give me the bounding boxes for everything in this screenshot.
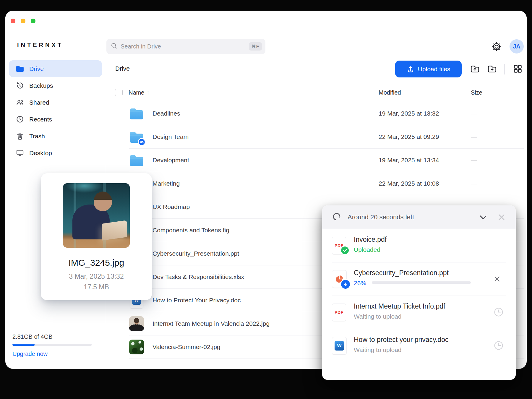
sidebar-item-label: Shared <box>29 99 49 106</box>
window-controls <box>11 19 35 23</box>
preview-filename: IMG_3245.jpg <box>41 258 152 268</box>
storage-meter-fill <box>12 344 35 346</box>
search-placeholder: Search in Drive <box>121 43 161 50</box>
table-row-design-team[interactable]: Design Team 22 Mar, 2025 at 09:29 — <box>129 125 524 149</box>
sidebar-item-backups[interactable]: Backups <box>9 77 102 94</box>
sort-ascending-icon: ↑ <box>147 90 150 96</box>
file-preview-card: IMG_3245.jpg 3 Mar, 2025 13:32 17.5 MB <box>41 173 152 300</box>
shared-badge-icon <box>138 138 146 146</box>
preview-size: 17.5 MB <box>41 283 152 291</box>
select-all-checkbox[interactable] <box>115 89 123 96</box>
sidebar-item-desktop[interactable]: Desktop <box>9 145 102 161</box>
column-header-size: Size <box>471 89 482 96</box>
sidebar-item-drive[interactable]: Drive <box>9 60 102 77</box>
upgrade-now-link[interactable]: Upgrade now <box>12 351 92 357</box>
close-icon <box>493 275 501 283</box>
user-avatar[interactable]: JA <box>510 39 524 53</box>
cancel-upload-button[interactable] <box>491 273 503 285</box>
gear-icon <box>492 42 502 52</box>
upload-item-invoice: PDF Invoice.pdf Uploaded <box>332 229 506 262</box>
top-bar: INTERNXT Search in Drive ⌘F JA <box>5 11 527 55</box>
waiting-clock-icon <box>494 307 504 318</box>
folder-icon <box>129 153 144 168</box>
chevron-down-icon <box>479 213 488 222</box>
internxt-logo: INTERNXT <box>17 42 63 48</box>
column-header-name[interactable]: Name↑ <box>129 89 150 96</box>
table-row-deadlines[interactable]: Deadlines 19 Mar, 2025 at 13:32 — <box>129 102 524 125</box>
shared-folder-icon <box>129 129 144 145</box>
upload-percent: 26% <box>354 280 366 287</box>
close-icon <box>497 213 506 222</box>
storage-widget: 2.81GB of 4GB Upgrade now <box>12 333 92 357</box>
upload-item-cybersecurity: Cybersecurity_Presentation.ppt 26% <box>332 262 506 296</box>
table-header: Name↑ Modified Size <box>105 55 524 102</box>
upload-item-privacy-doc: W How to protect your privacy.doc Waitin… <box>332 329 506 363</box>
sidebar-item-label: Desktop <box>29 150 52 157</box>
storage-usage-text: 2.81GB of 4GB <box>12 333 92 340</box>
sidebar-item-shared[interactable]: Shared <box>9 94 102 111</box>
photo-thumbnail <box>129 339 144 355</box>
minimize-window-button[interactable] <box>21 19 25 23</box>
trash-icon <box>16 132 24 140</box>
table-row-development[interactable]: Development 19 Mar, 2025 at 13:34 — <box>129 149 524 172</box>
sidebar-item-label: Trash <box>29 133 45 140</box>
toast-status-text: Around 20 seconds left <box>348 213 414 221</box>
close-window-button[interactable] <box>11 19 15 23</box>
photo-thumbnail <box>129 316 144 331</box>
sidebar-item-trash[interactable]: Trash <box>9 128 102 145</box>
search-input[interactable]: Search in Drive ⌘F <box>106 39 265 54</box>
desktop-monitor-icon <box>16 149 24 157</box>
upload-progress-toast: Around 20 seconds left PDF Invoice.pdf U… <box>322 205 516 380</box>
settings-button[interactable] <box>491 41 502 52</box>
spinner-icon <box>332 212 341 222</box>
upload-item-meetup-ticket: PDF Internxt Meetup Ticket Info.pdf Wait… <box>332 296 506 329</box>
toast-header: Around 20 seconds left <box>322 205 516 229</box>
preview-photo <box>63 183 130 248</box>
table-row-marketing[interactable]: Marketing 22 Mar, 2025 at 10:08 — <box>129 172 524 195</box>
sidebar-item-label: Backups <box>29 82 53 89</box>
column-header-modified: Modified <box>379 89 401 96</box>
storage-meter <box>12 344 92 346</box>
backups-history-icon <box>16 82 24 90</box>
folder-icon <box>129 106 144 121</box>
close-toast-button[interactable] <box>496 211 507 223</box>
shared-people-icon <box>16 98 24 106</box>
collapse-toast-button[interactable] <box>477 211 489 223</box>
zoom-window-button[interactable] <box>31 19 35 23</box>
uploaded-check-icon <box>340 246 350 255</box>
uploading-arrow-icon <box>340 279 351 290</box>
preview-photo-laptop <box>102 220 127 241</box>
sidebar-item-label: Drive <box>29 65 44 72</box>
clock-icon <box>16 115 24 123</box>
preview-date: 3 Mar, 2025 13:32 <box>41 273 152 280</box>
app-window: INTERNXT Search in Drive ⌘F JA <box>5 11 527 369</box>
waiting-clock-icon <box>494 340 504 352</box>
upload-progress-bar <box>372 281 471 284</box>
word-file-icon: W <box>332 337 347 355</box>
sidebar-item-recents[interactable]: Recents <box>9 111 102 128</box>
search-icon <box>111 42 118 51</box>
drive-folder-icon <box>16 65 24 73</box>
pdf-file-icon: PDF <box>332 304 346 321</box>
sidebar-item-label: Recents <box>29 116 52 123</box>
search-shortcut-badge: ⌘F <box>249 42 262 51</box>
